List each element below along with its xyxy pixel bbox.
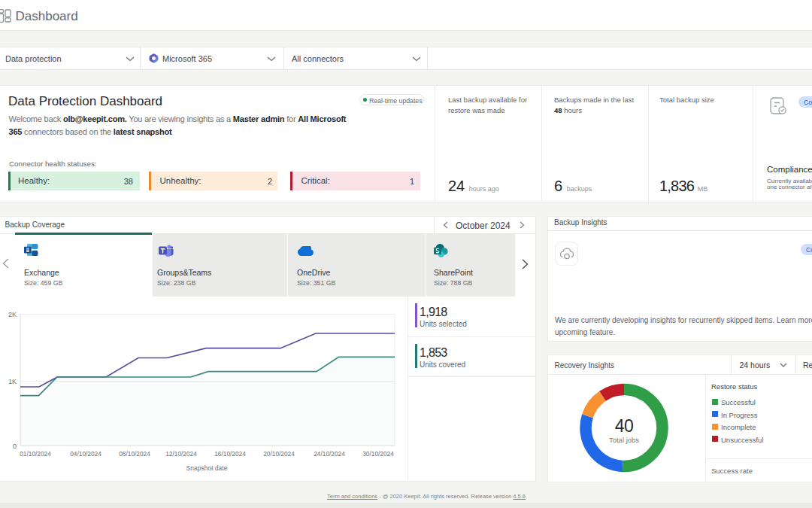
svg-text:12/10/2024: 12/10/2024 (165, 450, 197, 458)
svg-text:24/10/2024: 24/10/2024 (314, 450, 345, 458)
svg-text:16/10/2024: 16/10/2024 (214, 450, 246, 458)
svg-text:20/10/2024: 20/10/2024 (263, 450, 295, 458)
svg-text:04/10/2024: 04/10/2024 (70, 450, 102, 458)
svg-text:01/10/2024: 01/10/2024 (20, 450, 51, 458)
svg-text:08/10/2024: 08/10/2024 (119, 450, 150, 458)
svg-text:0: 0 (13, 443, 17, 450)
svg-text:1K: 1K (8, 378, 17, 385)
svg-text:30/10/2024: 30/10/2024 (362, 450, 394, 458)
svg-text:Snapshot date: Snapshot date (186, 464, 228, 472)
svg-text:2K: 2K (8, 311, 17, 318)
